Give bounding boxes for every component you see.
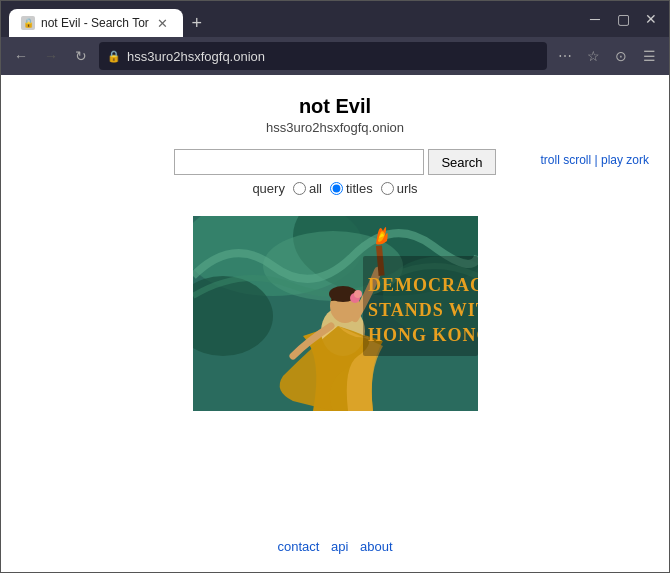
search-input[interactable] xyxy=(174,149,424,175)
titles-radio-label[interactable]: titles xyxy=(330,181,373,196)
svg-text:DEMOCRACY: DEMOCRACY xyxy=(368,275,478,295)
reload-button[interactable]: ↻ xyxy=(69,44,93,68)
address-bar: ← → ↻ 🔒 hss3uro2hsxfogfq.onion ⋯ ☆ ⊙ ☰ xyxy=(1,37,669,75)
window-controls: ─ ▢ ✕ xyxy=(585,11,661,27)
more-options-button[interactable]: ⋯ xyxy=(553,44,577,68)
urls-label: urls xyxy=(397,181,418,196)
toolbar-right: ⋯ ☆ ⊙ ☰ xyxy=(553,44,661,68)
svg-text:HONG KONG: HONG KONG xyxy=(368,325,478,345)
forward-button[interactable]: → xyxy=(39,44,63,68)
poster-svg: DEMOCRACY STANDS WITH HONG KONG xyxy=(193,216,478,411)
all-radio[interactable] xyxy=(293,182,306,195)
urls-radio-label[interactable]: urls xyxy=(381,181,418,196)
back-button[interactable]: ← xyxy=(9,44,33,68)
close-button[interactable]: ✕ xyxy=(641,11,661,27)
hero-image: DEMOCRACY STANDS WITH HONG KONG xyxy=(193,216,478,411)
bookmark-button[interactable]: ☆ xyxy=(581,44,605,68)
page-content: troll scroll | play zork not Evil hss3ur… xyxy=(1,75,669,572)
url-display: hss3uro2hsxfogfq.onion xyxy=(127,49,539,64)
about-link[interactable]: about xyxy=(360,539,393,554)
tab-area: 🔒 not Evil - Search Tor ✕ + xyxy=(9,1,581,37)
new-tab-button[interactable]: + xyxy=(183,9,211,37)
secure-icon: 🔒 xyxy=(107,50,121,63)
site-subtitle: hss3uro2hsxfogfq.onion xyxy=(266,120,404,135)
svg-text:STANDS WITH: STANDS WITH xyxy=(368,300,478,320)
api-link[interactable]: api xyxy=(331,539,348,554)
tab-favicon: 🔒 xyxy=(21,16,35,30)
footer-links: contact api about xyxy=(273,539,396,572)
play-zork-link[interactable]: play zork xyxy=(601,153,649,167)
search-row: Search xyxy=(174,149,495,175)
titles-label: titles xyxy=(346,181,373,196)
reader-mode-button[interactable]: ⊙ xyxy=(609,44,633,68)
contact-link[interactable]: contact xyxy=(277,539,319,554)
query-label: query xyxy=(252,181,285,196)
search-area: Search query all titles urls xyxy=(174,149,495,196)
titles-radio[interactable] xyxy=(330,182,343,195)
menu-button[interactable]: ☰ xyxy=(637,44,661,68)
radio-row: query all titles urls xyxy=(252,181,417,196)
svg-point-10 xyxy=(354,290,362,298)
maximize-button[interactable]: ▢ xyxy=(613,11,633,27)
troll-scroll-link[interactable]: troll scroll xyxy=(541,153,592,167)
active-tab[interactable]: 🔒 not Evil - Search Tor ✕ xyxy=(9,9,183,37)
all-radio-label[interactable]: all xyxy=(293,181,322,196)
urls-radio[interactable] xyxy=(381,182,394,195)
all-label: all xyxy=(309,181,322,196)
tab-label: not Evil - Search Tor xyxy=(41,16,149,30)
site-title: not Evil xyxy=(299,95,371,118)
tab-close-button[interactable]: ✕ xyxy=(155,15,171,31)
title-bar: 🔒 not Evil - Search Tor ✕ + ─ ▢ ✕ xyxy=(1,1,669,37)
minimize-button[interactable]: ─ xyxy=(585,11,605,27)
top-right-links: troll scroll | play zork xyxy=(541,153,650,167)
search-button[interactable]: Search xyxy=(428,149,495,175)
address-bar-input-wrap[interactable]: 🔒 hss3uro2hsxfogfq.onion xyxy=(99,42,547,70)
